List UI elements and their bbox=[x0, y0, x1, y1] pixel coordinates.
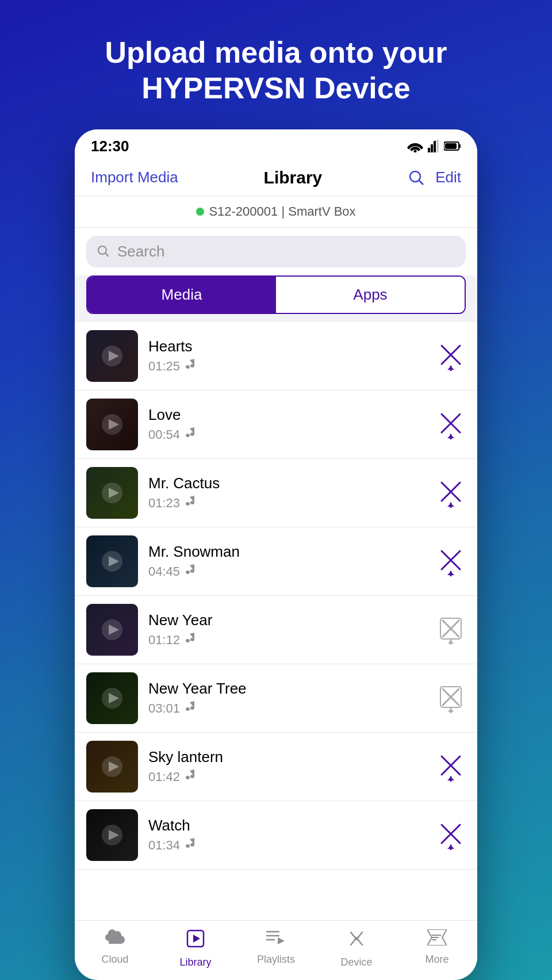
nav-bar: Import Media Library Edit bbox=[75, 161, 477, 196]
segment-media[interactable]: Media bbox=[87, 277, 276, 313]
media-name-7: Watch bbox=[148, 817, 425, 834]
search-icon[interactable] bbox=[408, 169, 425, 186]
media-name-1: Love bbox=[148, 406, 425, 424]
media-info-4: New Year01:12 bbox=[148, 611, 425, 648]
tab-label-playlists: Playlists bbox=[257, 954, 295, 966]
media-item-hearts[interactable]: Hearts01:25 bbox=[75, 322, 477, 391]
media-thumb-3 bbox=[86, 535, 138, 587]
upload-button-1[interactable] bbox=[436, 409, 466, 439]
signal-icon bbox=[428, 140, 439, 152]
device-banner: S12-200001 | SmartV Box bbox=[75, 196, 477, 228]
media-duration-5: 03:01 bbox=[148, 701, 180, 716]
media-audio-icon-7 bbox=[186, 838, 197, 853]
status-time: 12:30 bbox=[91, 137, 129, 155]
tab-icon-cloud bbox=[105, 929, 125, 950]
media-item-mr.-cactus[interactable]: Mr. Cactus01:23 bbox=[75, 459, 477, 527]
edit-button[interactable]: Edit bbox=[435, 169, 461, 186]
tab-item-device[interactable]: Device bbox=[316, 929, 397, 968]
svg-marker-39 bbox=[447, 572, 454, 575]
media-thumb-2 bbox=[86, 467, 138, 519]
tab-item-library[interactable]: Library bbox=[155, 929, 236, 968]
media-audio-icon-1 bbox=[186, 427, 197, 442]
svg-marker-18 bbox=[447, 366, 454, 370]
upload-button-5[interactable] bbox=[436, 683, 466, 713]
svg-rect-7 bbox=[445, 143, 457, 149]
wifi-icon bbox=[407, 140, 423, 152]
status-icons bbox=[407, 140, 461, 152]
tab-bar: CloudLibraryPlaylistsDeviceMore bbox=[75, 920, 477, 980]
media-name-5: New Year Tree bbox=[148, 680, 425, 698]
svg-marker-32 bbox=[447, 503, 454, 507]
tab-icon-library bbox=[186, 929, 205, 953]
media-meta-0: 01:25 bbox=[148, 359, 425, 374]
svg-marker-69 bbox=[447, 845, 454, 849]
svg-line-11 bbox=[105, 253, 109, 257]
media-info-0: Hearts01:25 bbox=[148, 338, 425, 374]
media-meta-5: 03:01 bbox=[148, 701, 425, 716]
status-bar: 12:30 bbox=[75, 129, 477, 161]
upload-inactive-icon bbox=[437, 615, 465, 645]
tab-item-cloud[interactable]: Cloud bbox=[75, 929, 155, 968]
svg-point-0 bbox=[414, 150, 417, 153]
media-info-6: Sky lantern01:42 bbox=[148, 748, 425, 784]
media-name-0: Hearts bbox=[148, 338, 425, 355]
svg-marker-55 bbox=[448, 709, 454, 712]
media-duration-1: 00:54 bbox=[148, 427, 180, 442]
media-info-5: New Year Tree03:01 bbox=[148, 680, 425, 716]
media-duration-3: 04:45 bbox=[148, 564, 180, 579]
upload-button-4[interactable] bbox=[436, 615, 466, 645]
hero-title: Upload media onto your HYPERVSN Device bbox=[0, 0, 552, 129]
media-item-sky-lantern[interactable]: Sky lantern01:42 bbox=[75, 733, 477, 801]
upload-button-6[interactable] bbox=[436, 752, 466, 782]
media-meta-1: 00:54 bbox=[148, 427, 425, 442]
media-item-love[interactable]: Love00:54 bbox=[75, 391, 477, 459]
media-info-2: Mr. Cactus01:23 bbox=[148, 474, 425, 511]
upload-button-3[interactable] bbox=[436, 546, 466, 576]
media-item-watch[interactable]: Watch01:34 bbox=[75, 801, 477, 870]
media-audio-icon-6 bbox=[186, 770, 197, 784]
upload-active-icon bbox=[437, 752, 465, 782]
svg-rect-4 bbox=[436, 140, 439, 152]
tab-icon-more bbox=[427, 929, 447, 950]
media-item-new-year-tree[interactable]: New Year Tree03:01 bbox=[75, 664, 477, 733]
svg-marker-47 bbox=[448, 640, 454, 644]
media-name-3: Mr. Snowman bbox=[148, 543, 425, 561]
upload-active-icon bbox=[437, 341, 465, 371]
media-duration-6: 01:42 bbox=[148, 770, 180, 784]
media-name-2: Mr. Cactus bbox=[148, 474, 425, 492]
tab-label-cloud: Cloud bbox=[101, 954, 128, 966]
media-duration-4: 01:12 bbox=[148, 633, 180, 648]
media-item-mr.-snowman[interactable]: Mr. Snowman04:45 bbox=[75, 527, 477, 596]
phone-container: 12:30 Import Media bbox=[75, 129, 477, 980]
media-info-3: Mr. Snowman04:45 bbox=[148, 543, 425, 579]
media-name-4: New Year bbox=[148, 611, 425, 629]
search-wrapper: Search bbox=[75, 228, 477, 275]
import-media-button[interactable]: Import Media bbox=[91, 169, 178, 186]
upload-button-7[interactable] bbox=[436, 820, 466, 850]
tab-label-library: Library bbox=[179, 956, 211, 968]
device-online-dot bbox=[196, 208, 204, 216]
svg-rect-1 bbox=[428, 148, 430, 152]
media-item-new-year[interactable]: New Year01:12 bbox=[75, 596, 477, 664]
tab-item-playlists[interactable]: Playlists bbox=[236, 929, 316, 968]
tab-item-more[interactable]: More bbox=[397, 929, 477, 968]
media-duration-2: 01:23 bbox=[148, 496, 180, 511]
media-audio-icon-5 bbox=[186, 701, 197, 716]
media-list: Hearts01:25 Love00:54 Mr. Cactus01:23 Mr… bbox=[75, 322, 477, 920]
upload-button-2[interactable] bbox=[436, 478, 466, 508]
media-thumb-0 bbox=[86, 330, 138, 382]
upload-inactive-icon bbox=[437, 683, 465, 713]
upload-button-0[interactable] bbox=[436, 341, 466, 371]
svg-line-9 bbox=[419, 181, 423, 185]
svg-marker-62 bbox=[447, 777, 454, 780]
media-thumb-1 bbox=[86, 399, 138, 450]
media-meta-6: 01:42 bbox=[148, 770, 425, 784]
search-bar[interactable]: Search bbox=[86, 236, 466, 267]
media-thumb-7 bbox=[86, 809, 138, 861]
media-audio-icon-4 bbox=[186, 633, 197, 648]
media-meta-2: 01:23 bbox=[148, 496, 425, 511]
search-input[interactable]: Search bbox=[117, 243, 164, 261]
media-thumb-6 bbox=[86, 741, 138, 793]
media-audio-icon-0 bbox=[186, 359, 197, 374]
segment-apps[interactable]: Apps bbox=[276, 277, 465, 313]
